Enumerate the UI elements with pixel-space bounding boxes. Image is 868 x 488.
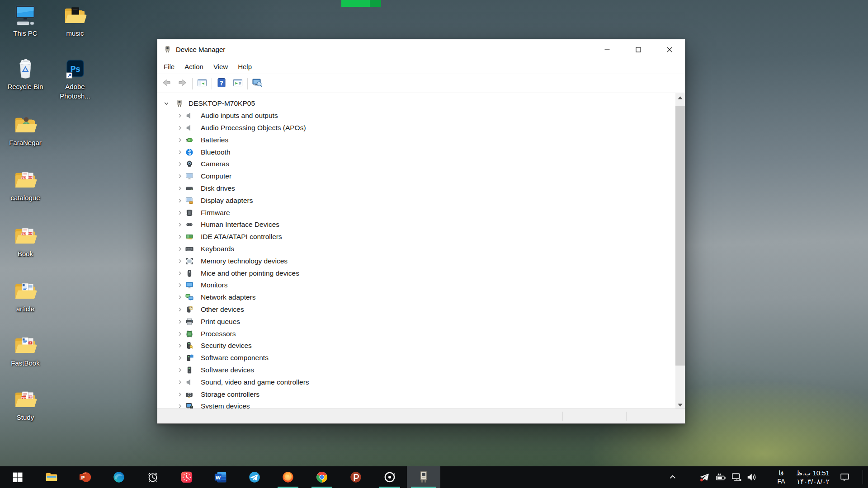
tree-item-computer[interactable]: Computer <box>157 170 685 183</box>
desktop-icon-catalogue[interactable]: PDFPDFcatalogue <box>1 168 50 202</box>
desktop-icon-fastbook[interactable]: FFastBook <box>1 333 50 368</box>
menu-file[interactable]: File <box>159 60 179 74</box>
tree-item-human-interface-devices[interactable]: Human Interface Devices <box>157 219 685 231</box>
chevron-right-icon[interactable] <box>177 222 183 227</box>
tree-item-other-devices[interactable]: ?Other devices <box>157 304 685 316</box>
taskbar-telegram[interactable] <box>238 466 271 488</box>
tree-item-display-adapters[interactable]: Display adapters <box>157 194 685 206</box>
tree-item-cameras[interactable]: Cameras <box>157 158 685 170</box>
chevron-right-icon[interactable] <box>177 367 183 373</box>
toolbar-help-button[interactable]: ? <box>213 75 230 92</box>
chevron-right-icon[interactable] <box>177 295 183 300</box>
tree-item-batteries[interactable]: Batteries <box>157 134 685 146</box>
tree-item-memory-technology-devices[interactable]: Memory technology devices <box>157 255 685 267</box>
tree-item-audio-inputs-and-outputs[interactable]: Audio inputs and outputs <box>157 110 685 122</box>
toolbar-back-arrow-button[interactable] <box>158 75 175 92</box>
toolbar-console-tree-button[interactable] <box>194 75 210 92</box>
tree-item-software-devices[interactable]: Software devices <box>157 364 685 376</box>
desktop-icon-book[interactable]: PDFPDFBook <box>1 224 50 258</box>
toolbar-forward-arrow-button[interactable] <box>175 75 191 92</box>
tree-item-software-components[interactable]: Software components <box>157 352 685 364</box>
chevron-right-icon[interactable] <box>177 150 183 155</box>
chevron-right-icon[interactable] <box>177 355 183 361</box>
tray-telegram-icon[interactable] <box>698 472 711 483</box>
tree-item-processors[interactable]: Processors <box>157 328 685 340</box>
menu-action[interactable]: Action <box>179 60 208 74</box>
desktop-icon-this-pc[interactable]: This PC <box>1 4 50 38</box>
taskbar-red-clock-app[interactable] <box>170 466 203 488</box>
scroll-up-arrow-icon[interactable] <box>675 93 685 102</box>
menu-help[interactable]: Help <box>233 60 257 74</box>
desktop-icon-music[interactable]: music <box>51 4 99 38</box>
close-button[interactable] <box>654 39 685 60</box>
action-center-icon[interactable] <box>836 472 853 483</box>
desktop-icon-adobe-photosh[interactable]: PsAdobe Photosh... <box>51 57 99 101</box>
show-desktop-divider[interactable] <box>863 470 863 484</box>
chevron-right-icon[interactable] <box>177 161 183 167</box>
tray-language-indicator[interactable]: فا FA <box>772 469 790 485</box>
tree-item-security-devices[interactable]: Security devices <box>157 340 685 352</box>
chevron-right-icon[interactable] <box>177 331 183 337</box>
chevron-right-icon[interactable] <box>177 271 183 276</box>
taskbar-alarms-clock[interactable] <box>136 466 170 488</box>
desktop-icon-recycle-bin[interactable]: Recycle Bin <box>1 57 50 91</box>
taskbar-file-explorer[interactable] <box>35 466 68 488</box>
chevron-right-icon[interactable] <box>177 113 183 118</box>
tree-item-sound-video-and-game-controllers[interactable]: Sound, video and game controllers <box>157 376 685 388</box>
chevron-right-icon[interactable] <box>177 258 183 264</box>
tree-item-keyboards[interactable]: Keyboards <box>157 243 685 255</box>
desktop-icon-study[interactable]: PDFPDFStudy <box>1 388 50 422</box>
tree-item-firmware[interactable]: Firmware <box>157 206 685 219</box>
tree-item-network-adapters[interactable]: Network adapters <box>157 291 685 304</box>
tree-item-disk-drives[interactable]: Disk drives <box>157 183 685 195</box>
chevron-right-icon[interactable] <box>177 392 183 397</box>
title-bar[interactable]: Device Manager <box>157 39 685 60</box>
minimize-button[interactable] <box>591 39 623 60</box>
taskbar-screen-recorder[interactable] <box>373 466 406 488</box>
toolbar-properties-button[interactable] <box>230 75 246 92</box>
chevron-right-icon[interactable] <box>177 198 183 203</box>
chevron-right-icon[interactable] <box>177 319 183 324</box>
taskbar-start[interactable] <box>1 466 34 488</box>
menu-view[interactable]: View <box>208 60 233 74</box>
chevron-right-icon[interactable] <box>177 137 183 143</box>
tree-item-system-devices[interactable]: System devices <box>157 400 685 409</box>
taskbar-word[interactable]: W <box>204 466 237 488</box>
tree-item-mice-and-other-pointing-devices[interactable]: Mice and other pointing devices <box>157 267 685 279</box>
tray-show-hidden-icons[interactable] <box>667 472 679 482</box>
desktop-icon-faranegar[interactable]: FaraNegar <box>1 113 50 147</box>
scrollbar-thumb[interactable] <box>675 106 685 366</box>
tray-volume-icon[interactable] <box>745 471 759 483</box>
tree-item-bluetooth[interactable]: Bluetooth <box>157 146 685 158</box>
chevron-right-icon[interactable] <box>177 186 183 191</box>
taskbar-firefox[interactable] <box>271 466 305 488</box>
chevron-right-icon[interactable] <box>177 246 183 252</box>
tray-clock[interactable]: 10:51 ب.ظ ۱۴۰۳/۰۸/۰۲ <box>790 469 835 486</box>
chevron-right-icon[interactable] <box>177 210 183 216</box>
desktop-icon-article[interactable]: article <box>1 279 50 314</box>
tree-item-storage-controllers[interactable]: Storage controllers <box>157 388 685 400</box>
vertical-scrollbar[interactable] <box>675 93 685 409</box>
maximize-button[interactable] <box>623 39 654 60</box>
chevron-right-icon[interactable] <box>177 380 183 385</box>
tree-item-ide-ata-atapi-controllers[interactable]: IDE ATA/ATAPI controllers <box>157 231 685 243</box>
chevron-right-icon[interactable] <box>177 125 183 131</box>
taskbar-psiphon[interactable] <box>339 466 373 488</box>
tray-battery-icon[interactable] <box>714 471 728 483</box>
taskbar-device-manager[interactable] <box>407 466 440 488</box>
chevron-right-icon[interactable] <box>177 282 183 288</box>
chevron-right-icon[interactable] <box>177 343 183 348</box>
tree-item-desktop-m70kp05[interactable]: DESKTOP-M70KP05 <box>157 98 685 110</box>
taskbar-chrome[interactable] <box>305 466 339 488</box>
chevron-right-icon[interactable] <box>177 234 183 239</box>
chevron-right-icon[interactable] <box>177 307 183 312</box>
chevron-down-icon[interactable] <box>164 101 169 106</box>
tree-item-monitors[interactable]: Monitors <box>157 279 685 291</box>
tree-item-audio-processing-objects-apos[interactable]: Audio Processing Objects (APOs) <box>157 122 685 134</box>
toolbar-scan-hardware-button[interactable] <box>249 75 265 92</box>
tray-network-icon[interactable] <box>730 471 743 483</box>
tree-item-print-queues[interactable]: Print queues <box>157 315 685 328</box>
taskbar-edge[interactable] <box>102 466 136 488</box>
taskbar-powerpoint[interactable]: P <box>69 466 102 488</box>
chevron-right-icon[interactable] <box>177 174 183 179</box>
